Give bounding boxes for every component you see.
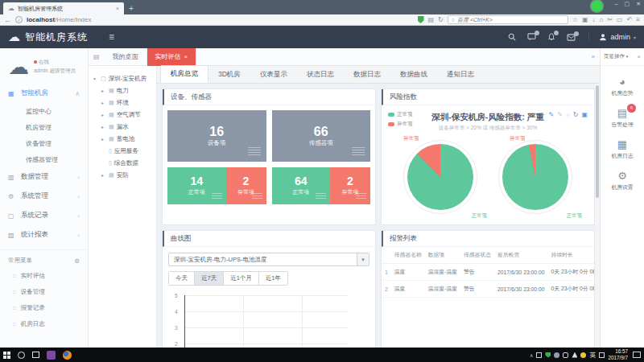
notification-center-icon[interactable] — [633, 352, 641, 358]
caret-right-icon[interactable]: ▸ — [101, 88, 106, 93]
content-tab-3d[interactable]: 3D机房 — [208, 67, 250, 83]
sidebar-item-device-mgmt[interactable]: 设备管理 — [0, 135, 88, 151]
tray-icon[interactable] — [599, 352, 605, 358]
quick-item-room-log[interactable]: □机房日志 — [0, 316, 88, 332]
tree-node-app-service[interactable]: ▯应用服务 — [93, 145, 156, 157]
comment-icon[interactable]: ▭ — [617, 16, 623, 23]
content-tab-status-log[interactable]: 状态日志 — [297, 67, 344, 83]
tree-node-composite-data[interactable]: ▯综合数据 — [93, 157, 156, 169]
range-1y-button[interactable]: 近1年 — [259, 272, 287, 285]
sensor-pie-chart[interactable]: 异常项 正常项 — [498, 140, 572, 214]
tab-overflow-icon[interactable]: » — [587, 53, 600, 60]
tray-chevron-icon[interactable]: ∧ — [530, 352, 533, 358]
caret-down-icon[interactable]: ▾ — [93, 76, 98, 81]
tab-list-icon[interactable]: ▤ — [89, 53, 105, 60]
browser-tab[interactable]: ☁ 智能机房管理系统 × — [3, 2, 124, 14]
content-tab-overview[interactable]: 机房总览 — [160, 65, 208, 83]
caret-right-icon[interactable]: ▸ — [101, 172, 106, 178]
pocket-icon[interactable]: ▣ — [582, 16, 588, 23]
content-tab-notify-log[interactable]: 通知日志 — [437, 67, 484, 83]
ime-indicator[interactable]: 英 — [589, 351, 596, 360]
right-item-room-status[interactable]: ◕ 机房态势 — [601, 76, 644, 97]
address-bar[interactable]: localhost/Home/Index — [27, 16, 91, 23]
refresh-icon[interactable]: ↻ — [573, 111, 579, 118]
caret-right-icon[interactable]: ▸ — [101, 136, 106, 142]
caret-right-icon[interactable]: ▸ — [101, 100, 106, 105]
save-image-icon[interactable]: ▣ — [581, 111, 588, 118]
undo-icon[interactable]: ↶ — [627, 16, 633, 23]
bell-icon[interactable] — [547, 33, 555, 41]
content-tab-data-log[interactable]: 数据日志 — [344, 67, 390, 83]
tray-icon[interactable] — [563, 352, 568, 358]
refresh-icon[interactable]: ↻ — [438, 16, 444, 23]
new-tab-button[interactable]: + — [129, 4, 134, 14]
tab-realtime-eval[interactable]: 实时评估× — [147, 48, 197, 66]
restore-icon[interactable]: ○ — [566, 111, 570, 118]
home-icon[interactable]: ⌂ — [600, 16, 604, 23]
right-item-alarm-handle[interactable]: ▤ 6 告警处理 — [601, 108, 644, 129]
back-button[interactable]: ← — [4, 16, 11, 24]
quick-item-realtime-eval[interactable]: □实时评估 — [0, 268, 88, 284]
tab-my-desktop[interactable]: 我的桌面 — [105, 48, 147, 66]
range-today-button[interactable]: 今天 — [169, 272, 195, 285]
alarm-row[interactable]: 2 温度 温湿度-温度 警告 2017/6/30 23:00:00 0天 23小… — [382, 281, 595, 298]
sidebar-item-smart-room[interactable]: ▦ 智能机房 ∧ — [0, 84, 88, 103]
task-view-icon[interactable] — [32, 352, 39, 358]
browser-search-input[interactable] — [457, 17, 564, 23]
screenshot-icon[interactable]: ✂ — [607, 16, 613, 23]
tab-close-icon[interactable]: × — [184, 53, 188, 60]
tray-shield-icon[interactable] — [545, 352, 551, 358]
alarm-row[interactable]: 1 温度 温湿度-温度 警告 2017/6/30 23:00:00 0天 23小… — [382, 264, 595, 281]
adblock-shield-icon[interactable] — [418, 16, 424, 23]
sidebar-toggle-icon[interactable]: ≡ — [109, 31, 114, 43]
window-controls[interactable]: ‒▢✕ — [615, 1, 641, 7]
caret-right-icon[interactable]: ▸ — [101, 124, 106, 130]
start-button[interactable] — [3, 352, 10, 359]
device-pie-chart[interactable]: 异常项 正常项 — [403, 140, 477, 214]
firefox-icon[interactable] — [63, 351, 72, 360]
tab-actions-dropdown[interactable]: 页签操作 ▾ — [604, 53, 628, 60]
sidebar-item-room-mgmt[interactable]: 机房管理 — [0, 119, 88, 135]
mail-icon[interactable] — [567, 34, 576, 41]
sidebar-item-report[interactable]: ▨ 统计报表 › — [0, 225, 88, 245]
taskbar-clock[interactable]: 16:57 2017/9/7 — [608, 348, 628, 361]
sidebar-item-system-mgmt[interactable]: ⚙ 系统管理 › — [0, 187, 88, 206]
sidebar-item-sensor-mgmt[interactable]: 传感器管理 — [0, 151, 88, 167]
star-icon[interactable]: ☆ — [572, 16, 578, 23]
tree-node-leak[interactable]: ▸▤漏水 — [93, 121, 156, 133]
right-item-room-settings[interactable]: ⚙ 机房设置 — [601, 171, 644, 191]
tree-root[interactable]: ▾ ▢ 深圳-宝安机房 — [93, 72, 156, 84]
tab-close-icon[interactable]: × — [116, 6, 119, 11]
edit-icon[interactable]: ✎ — [557, 111, 563, 118]
content-tab-data-curve[interactable]: 数据曲线 — [390, 67, 437, 83]
system-tray[interactable]: ∧ 英 16:57 2017/9/7 — [530, 348, 641, 361]
tree-node-air[interactable]: ▸▤空气调节 — [93, 109, 156, 121]
bookmarks-icon[interactable]: ▤ — [428, 16, 435, 23]
edit-icon[interactable]: ✎ — [548, 111, 554, 118]
tray-icon[interactable] — [580, 352, 586, 358]
range-1m-button[interactable]: 近1个月 — [224, 272, 259, 285]
tray-network-icon[interactable] — [572, 352, 577, 358]
taskbar-app-icon[interactable] — [47, 351, 56, 360]
browser-search-box[interactable]: ○ — [448, 15, 568, 24]
right-item-room-log[interactable]: ▦ 机房日志 — [601, 139, 644, 160]
message-icon[interactable] — [527, 33, 536, 41]
menu-icon[interactable]: ≡ — [636, 16, 640, 23]
section-gear-icon[interactable]: ⚙ — [74, 257, 80, 265]
header-search-icon[interactable] — [508, 33, 516, 41]
quick-item-alarm-record[interactable]: □报警记录 — [0, 300, 88, 316]
content-tab-gauges[interactable]: 仪表显示 — [250, 67, 297, 83]
quick-item-device-mgmt[interactable]: □设备管理 — [0, 284, 88, 300]
tray-icon[interactable] — [554, 352, 559, 358]
tree-node-power[interactable]: ▸▤电力 — [93, 84, 156, 97]
sidebar-item-system-record[interactable]: ▢ 系统记录 › — [0, 206, 88, 225]
cortana-icon[interactable] — [18, 352, 25, 359]
user-menu[interactable]: admin ▾ — [588, 33, 636, 41]
sidebar-item-monitor-center[interactable]: 监控中心 — [0, 103, 88, 119]
sensor-select[interactable]: 深圳-宝安机房-电力-UPS-电池温度 ▼ — [168, 253, 369, 266]
caret-right-icon[interactable]: ▸ — [101, 112, 106, 117]
tree-node-environment[interactable]: ▸▤环境 — [93, 97, 156, 109]
content-scrollbar[interactable] — [595, 84, 600, 348]
sidebar-item-data-mgmt[interactable]: ▥ 数据管理 › — [0, 167, 88, 187]
close-icon[interactable]: × — [637, 53, 641, 60]
